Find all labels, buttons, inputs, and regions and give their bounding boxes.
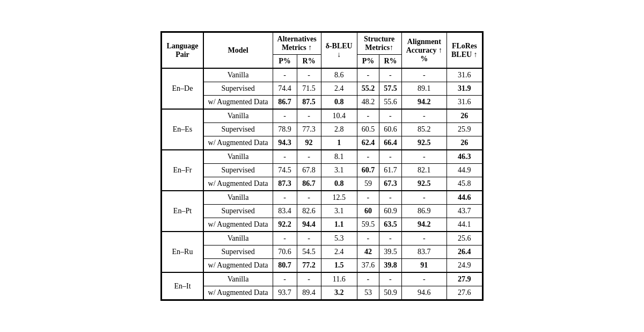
data-cell: 0.8 [321, 96, 357, 110]
model-cell: Supervised [203, 205, 273, 218]
data-cell: - [379, 272, 402, 286]
data-cell: 8.1 [321, 150, 357, 164]
data-cell: 94.4 [297, 218, 321, 232]
data-cell: 91 [401, 259, 447, 273]
data-cell: 70.6 [273, 246, 297, 259]
data-cell: - [297, 68, 321, 82]
table-row: Supervised83.482.63.16060.986.943.7 [162, 205, 482, 218]
alignment-header: AlignmentAccuracy ↑% [401, 33, 447, 69]
data-cell: 2.4 [321, 82, 357, 96]
lang-pair-cell: En–It [162, 272, 203, 300]
data-cell: 37.6 [357, 259, 379, 273]
model-cell: Vanilla [203, 68, 273, 82]
data-cell: 8.6 [321, 68, 357, 82]
model-header: Model [203, 33, 273, 69]
data-cell: - [379, 150, 402, 164]
data-cell: 42 [357, 246, 379, 259]
lang-pair-cell: En–De [162, 68, 203, 109]
data-cell: 60.7 [357, 164, 379, 177]
model-cell: w/ Augmented Data [203, 136, 273, 150]
data-cell: 67.3 [379, 177, 402, 191]
lang-pair-cell: En–Ru [162, 232, 203, 272]
data-cell: - [379, 109, 402, 123]
data-cell: 60.9 [379, 205, 402, 218]
table-row: En–DeVanilla--8.6---31.6 [162, 68, 482, 82]
model-cell: Vanilla [203, 272, 273, 286]
model-cell: Supervised [203, 82, 273, 96]
data-cell: - [379, 232, 402, 246]
data-cell: - [401, 272, 447, 286]
table-row: En–PtVanilla--12.5---44.6 [162, 191, 482, 205]
data-cell: - [297, 150, 321, 164]
data-cell: - [273, 191, 297, 205]
data-cell: 12.5 [321, 191, 357, 205]
data-cell: 94.2 [401, 218, 447, 232]
table-row: Supervised78.977.32.860.560.685.225.9 [162, 123, 482, 136]
data-cell: 0.8 [321, 177, 357, 191]
data-cell: 67.8 [297, 164, 321, 177]
data-cell: - [273, 232, 297, 246]
data-cell: 1.1 [321, 218, 357, 232]
data-cell: 1.5 [321, 259, 357, 273]
data-cell: 63.5 [379, 218, 402, 232]
model-cell: Supervised [203, 246, 273, 259]
data-cell: 66.4 [379, 136, 402, 150]
data-cell: - [357, 109, 379, 123]
data-cell: - [297, 232, 321, 246]
table-row: Supervised74.471.52.455.257.589.131.9 [162, 82, 482, 96]
data-cell: 50.9 [379, 286, 402, 300]
model-cell: w/ Augmented Data [203, 96, 273, 110]
results-table-container: LanguagePair Model AlternativesMetrics ↑… [160, 31, 483, 301]
data-cell: 3.1 [321, 164, 357, 177]
data-cell: 92.5 [401, 136, 447, 150]
data-cell: 85.2 [401, 123, 447, 136]
table-row: w/ Augmented Data80.777.21.537.639.89124… [162, 259, 482, 273]
delta-bleu-header: δ-BLEU↓ [321, 33, 357, 69]
data-cell: 3.1 [321, 205, 357, 218]
data-cell: 48.2 [357, 96, 379, 110]
data-cell: 25.9 [447, 123, 482, 136]
data-cell: - [297, 109, 321, 123]
struct-metrics-header: StructureMetrics↑ [357, 33, 401, 55]
data-cell: 53 [357, 286, 379, 300]
data-cell: 55.6 [379, 96, 402, 110]
struct-r-header: R% [379, 55, 402, 69]
data-cell: - [297, 272, 321, 286]
data-cell: 5.3 [321, 232, 357, 246]
data-cell: - [273, 68, 297, 82]
data-cell: 77.3 [297, 123, 321, 136]
data-cell: 10.4 [321, 109, 357, 123]
data-cell: 44.6 [447, 191, 482, 205]
data-cell: 24.9 [447, 259, 482, 273]
data-cell: 93.7 [273, 286, 297, 300]
data-cell: 44.9 [447, 164, 482, 177]
struct-p-header: P% [357, 55, 379, 69]
alt-metrics-header: AlternativesMetrics ↑ [273, 33, 321, 55]
model-cell: w/ Augmented Data [203, 259, 273, 273]
data-cell: 62.4 [357, 136, 379, 150]
data-cell: 83.7 [401, 246, 447, 259]
data-cell: - [401, 150, 447, 164]
data-cell: 2.8 [321, 123, 357, 136]
data-cell: 57.5 [379, 82, 402, 96]
data-cell: - [357, 272, 379, 286]
lang-pair-cell: En–Fr [162, 150, 203, 191]
data-cell: 94.2 [401, 96, 447, 110]
data-cell: 74.4 [273, 82, 297, 96]
data-cell: - [401, 68, 447, 82]
data-cell: 3.2 [321, 286, 357, 300]
data-cell: 92 [297, 136, 321, 150]
data-cell: - [273, 272, 297, 286]
data-cell: 60.6 [379, 123, 402, 136]
data-cell: 2.4 [321, 246, 357, 259]
data-cell: 44.1 [447, 218, 482, 232]
data-cell: 92.2 [273, 218, 297, 232]
lang-pair-header: LanguagePair [162, 33, 203, 69]
data-cell: 77.2 [297, 259, 321, 273]
data-cell: 59 [357, 177, 379, 191]
flores-header: FLoResBLEU ↑ [447, 33, 482, 69]
data-cell: 74.5 [273, 164, 297, 177]
data-cell: - [401, 109, 447, 123]
data-cell: 94.3 [273, 136, 297, 150]
data-cell: 1 [321, 136, 357, 150]
